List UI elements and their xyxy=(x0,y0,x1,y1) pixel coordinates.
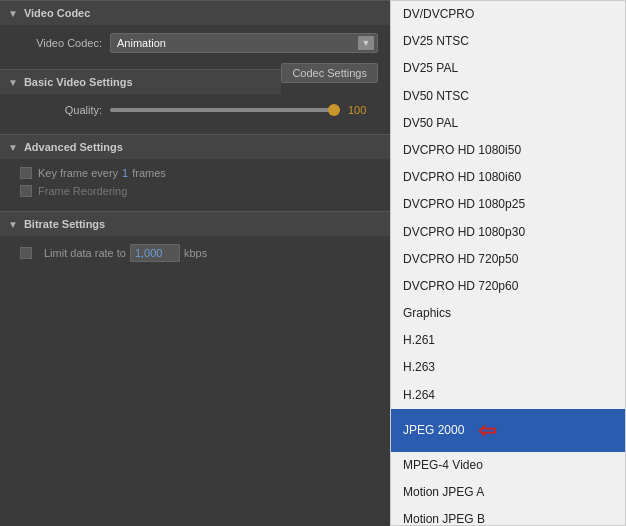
list-item[interactable]: H.263 xyxy=(391,354,625,381)
list-item[interactable]: JPEG 2000⇦ xyxy=(391,409,625,452)
frame-reorder-label: Frame Reordering xyxy=(38,185,127,197)
left-panel: ▼ Video Codec Video Codec: Animation ▼ C… xyxy=(0,0,390,526)
bitrate-settings-title: Bitrate Settings xyxy=(24,218,105,230)
list-item[interactable]: DV50 NTSC xyxy=(391,83,625,110)
collapse-arrow-advanced[interactable]: ▼ xyxy=(8,142,18,153)
collapse-arrow-basic[interactable]: ▼ xyxy=(8,77,18,88)
bitrate-settings-content: Limit data rate to kbps xyxy=(0,236,390,270)
quality-slider-container[interactable] xyxy=(110,102,340,118)
video-codec-dropdown-wrapper: Animation ▼ xyxy=(110,33,378,53)
quality-value: 100 xyxy=(348,104,378,116)
advanced-settings-header: ▼ Advanced Settings xyxy=(0,134,390,159)
codec-settings-button[interactable]: Codec Settings xyxy=(281,63,378,83)
collapse-arrow-bitrate[interactable]: ▼ xyxy=(8,219,18,230)
quality-slider-track xyxy=(110,108,340,112)
list-item[interactable]: DV/DVCPRO xyxy=(391,1,625,28)
list-item[interactable]: DV50 PAL xyxy=(391,110,625,137)
list-item[interactable]: H.261 xyxy=(391,327,625,354)
advanced-settings-title: Advanced Settings xyxy=(24,141,123,153)
list-item[interactable]: DVCPRO HD 720p60 xyxy=(391,273,625,300)
bitrate-row: Limit data rate to kbps xyxy=(12,244,378,262)
frame-reorder-checkbox[interactable] xyxy=(20,185,32,197)
list-item[interactable]: Motion JPEG B xyxy=(391,506,625,526)
basic-video-settings-title: Basic Video Settings xyxy=(24,76,133,88)
list-item[interactable]: MPEG-4 Video xyxy=(391,452,625,479)
video-codec-content: Video Codec: Animation ▼ Codec Settings xyxy=(0,25,390,69)
video-codec-row: Video Codec: Animation ▼ xyxy=(12,33,378,53)
list-item[interactable]: Graphics xyxy=(391,300,625,327)
list-item[interactable]: DVCPRO HD 1080i60 xyxy=(391,164,625,191)
quality-slider-thumb[interactable] xyxy=(328,104,340,116)
list-item[interactable]: DV25 NTSC xyxy=(391,28,625,55)
codec-list-panel[interactable]: DV/DVCPRODV25 NTSCDV25 PALDV50 NTSCDV50 … xyxy=(390,0,626,526)
keyframe-value: 1 xyxy=(122,167,128,179)
keyframe-checkbox[interactable] xyxy=(20,167,32,179)
basic-video-settings-content: Quality: 100 xyxy=(0,94,390,134)
video-codec-dropdown[interactable]: Animation xyxy=(110,33,378,53)
bitrate-settings-header: ▼ Bitrate Settings xyxy=(0,211,390,236)
list-item[interactable]: Motion JPEG A xyxy=(391,479,625,506)
video-codec-label: Video Codec: xyxy=(12,37,102,49)
list-item[interactable]: H.264 xyxy=(391,382,625,409)
bitrate-label: Limit data rate to xyxy=(44,247,126,259)
list-item[interactable]: DVCPRO HD 720p50 xyxy=(391,246,625,273)
list-item[interactable]: DVCPRO HD 1080p25 xyxy=(391,191,625,218)
advanced-settings-content: Key frame every 1 frames Frame Reorderin… xyxy=(0,159,390,211)
collapse-arrow-video-codec[interactable]: ▼ xyxy=(8,8,18,19)
basic-video-settings-header: ▼ Basic Video Settings xyxy=(0,69,281,94)
keyframe-suffix: frames xyxy=(132,167,166,179)
bitrate-suffix: kbps xyxy=(184,247,207,259)
keyframe-label: Key frame every xyxy=(38,167,118,179)
video-codec-header: ▼ Video Codec xyxy=(0,0,390,25)
quality-label: Quality: xyxy=(12,104,102,116)
frame-reorder-row: Frame Reordering xyxy=(12,185,378,197)
keyframe-row: Key frame every 1 frames xyxy=(12,167,378,179)
list-item[interactable]: DV25 PAL xyxy=(391,55,625,82)
video-codec-title: Video Codec xyxy=(24,7,90,19)
list-item[interactable]: DVCPRO HD 1080i50 xyxy=(391,137,625,164)
bitrate-checkbox[interactable] xyxy=(20,247,32,259)
bitrate-input[interactable] xyxy=(130,244,180,262)
list-item[interactable]: DVCPRO HD 1080p30 xyxy=(391,219,625,246)
quality-row: Quality: 100 xyxy=(12,102,378,118)
quality-slider-fill xyxy=(110,108,340,112)
